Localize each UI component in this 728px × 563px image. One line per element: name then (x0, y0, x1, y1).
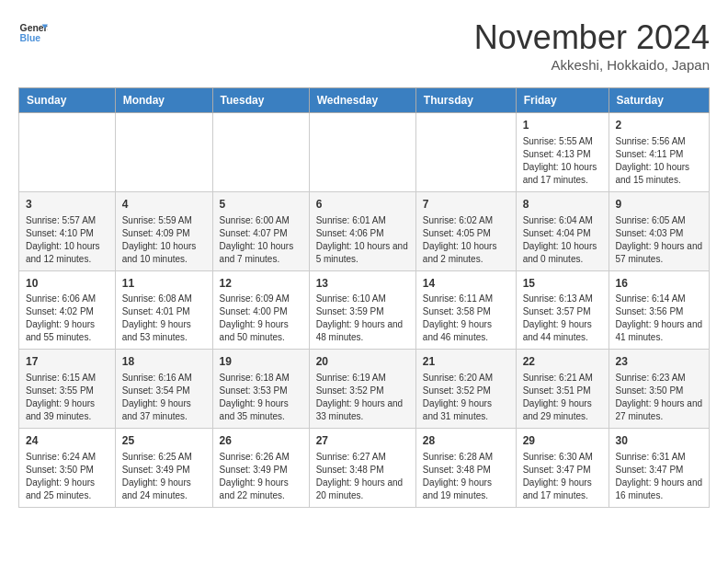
column-header-thursday: Thursday (415, 88, 516, 113)
calendar-cell: 15Sunrise: 6:13 AMSunset: 3:57 PMDayligh… (516, 270, 609, 350)
calendar-cell: 3Sunrise: 5:57 AMSunset: 4:10 PMDaylight… (19, 191, 116, 270)
calendar-cell (309, 113, 415, 192)
column-header-monday: Monday (115, 88, 212, 113)
day-info: Daylight: 9 hours and 48 minutes. (316, 318, 409, 344)
calendar-week-4: 17Sunrise: 6:15 AMSunset: 3:55 PMDayligh… (19, 350, 710, 429)
calendar-cell: 13Sunrise: 6:10 AMSunset: 3:59 PMDayligh… (309, 270, 415, 350)
day-info: Sunset: 4:13 PM (523, 148, 602, 161)
calendar-cell: 11Sunrise: 6:08 AMSunset: 4:01 PMDayligh… (115, 270, 212, 350)
calendar-cell: 29Sunrise: 6:30 AMSunset: 3:47 PMDayligh… (516, 429, 609, 508)
day-info: Sunset: 3:49 PM (220, 464, 302, 477)
calendar-cell: 10Sunrise: 6:06 AMSunset: 4:02 PMDayligh… (19, 270, 116, 350)
calendar-week-2: 3Sunrise: 5:57 AMSunset: 4:10 PMDaylight… (19, 191, 710, 270)
day-info: Daylight: 9 hours and 29 minutes. (523, 397, 602, 423)
day-number: 29 (523, 433, 602, 449)
calendar-cell: 16Sunrise: 6:14 AMSunset: 3:56 PMDayligh… (609, 270, 710, 350)
calendar-cell: 4Sunrise: 5:59 AMSunset: 4:09 PMDaylight… (115, 191, 212, 270)
day-number: 30 (616, 433, 703, 449)
calendar-week-1: 1Sunrise: 5:55 AMSunset: 4:13 PMDaylight… (19, 113, 710, 192)
calendar-cell: 24Sunrise: 6:24 AMSunset: 3:50 PMDayligh… (19, 429, 116, 508)
calendar-cell: 30Sunrise: 6:31 AMSunset: 3:47 PMDayligh… (609, 429, 710, 508)
calendar-cell: 1Sunrise: 5:55 AMSunset: 4:13 PMDaylight… (516, 113, 609, 192)
logo: General Blue (18, 18, 48, 48)
calendar-cell: 14Sunrise: 6:11 AMSunset: 3:58 PMDayligh… (415, 270, 516, 350)
column-header-friday: Friday (516, 88, 609, 113)
day-info: Daylight: 9 hours and 17 minutes. (523, 477, 602, 502)
day-info: Daylight: 9 hours and 20 minutes. (316, 477, 409, 502)
calendar-cell (415, 113, 516, 192)
day-info: Daylight: 10 hours and 15 minutes. (616, 161, 703, 187)
location: Akkeshi, Hokkaido, Japan (474, 57, 710, 73)
day-number: 17 (26, 354, 108, 370)
calendar-cell: 19Sunrise: 6:18 AMSunset: 3:53 PMDayligh… (212, 350, 309, 429)
calendar-cell: 17Sunrise: 6:15 AMSunset: 3:55 PMDayligh… (19, 350, 116, 429)
day-info: Daylight: 10 hours and 0 minutes. (523, 240, 602, 266)
day-number: 20 (316, 354, 409, 370)
day-info: Daylight: 10 hours and 10 minutes. (122, 240, 206, 266)
day-info: Sunrise: 6:24 AM (26, 451, 108, 464)
day-number: 22 (523, 354, 602, 370)
day-info: Sunrise: 6:13 AM (523, 293, 602, 305)
column-header-saturday: Saturday (609, 88, 710, 113)
day-info: Sunset: 4:05 PM (423, 227, 509, 240)
day-info: Sunrise: 5:56 AM (616, 135, 703, 148)
day-info: Daylight: 10 hours and 12 minutes. (26, 240, 108, 266)
day-info: Sunset: 4:11 PM (616, 148, 703, 161)
day-info: Sunrise: 6:14 AM (616, 293, 703, 305)
calendar-cell: 25Sunrise: 6:25 AMSunset: 3:49 PMDayligh… (115, 429, 212, 508)
column-header-wednesday: Wednesday (309, 88, 415, 113)
svg-text:Blue: Blue (20, 33, 41, 43)
calendar-week-3: 10Sunrise: 6:06 AMSunset: 4:02 PMDayligh… (19, 270, 710, 350)
day-info: Sunrise: 6:16 AM (122, 372, 206, 385)
day-number: 10 (26, 276, 108, 292)
day-info: Daylight: 9 hours and 44 minutes. (523, 318, 602, 344)
calendar-cell: 27Sunrise: 6:27 AMSunset: 3:48 PMDayligh… (309, 429, 415, 508)
day-info: Sunset: 3:59 PM (316, 305, 409, 318)
day-info: Sunset: 4:03 PM (616, 227, 703, 240)
day-number: 23 (616, 354, 703, 370)
day-info: Daylight: 9 hours and 37 minutes. (122, 397, 206, 423)
calendar-cell: 28Sunrise: 6:28 AMSunset: 3:48 PMDayligh… (415, 429, 516, 508)
day-info: Daylight: 10 hours and 7 minutes. (220, 240, 302, 266)
day-info: Sunset: 3:58 PM (423, 305, 509, 318)
calendar-cell: 21Sunrise: 6:20 AMSunset: 3:52 PMDayligh… (415, 350, 516, 429)
day-info: Daylight: 9 hours and 55 minutes. (26, 318, 108, 344)
day-info: Sunrise: 6:09 AM (220, 293, 302, 305)
day-info: Daylight: 9 hours and 35 minutes. (220, 397, 302, 423)
day-info: Daylight: 10 hours and 5 minutes. (316, 240, 409, 266)
day-number: 15 (523, 276, 602, 292)
day-info: Sunset: 4:10 PM (26, 227, 108, 240)
day-info: Sunset: 3:49 PM (122, 464, 206, 477)
day-number: 7 (423, 197, 509, 213)
day-info: Daylight: 9 hours and 33 minutes. (316, 397, 409, 423)
column-header-sunday: Sunday (19, 88, 116, 113)
calendar-cell: 26Sunrise: 6:26 AMSunset: 3:49 PMDayligh… (212, 429, 309, 508)
day-info: Sunrise: 6:27 AM (316, 451, 409, 464)
calendar-header-row: SundayMondayTuesdayWednesdayThursdayFrid… (19, 88, 710, 113)
day-info: Sunset: 4:09 PM (122, 227, 206, 240)
day-info: Daylight: 10 hours and 2 minutes. (423, 240, 509, 266)
calendar-cell: 5Sunrise: 6:00 AMSunset: 4:07 PMDaylight… (212, 191, 309, 270)
day-info: Daylight: 9 hours and 19 minutes. (423, 477, 509, 502)
day-number: 4 (122, 197, 206, 213)
calendar-cell (19, 113, 116, 192)
calendar-cell: 7Sunrise: 6:02 AMSunset: 4:05 PMDaylight… (415, 191, 516, 270)
day-number: 18 (122, 354, 206, 370)
day-info: Sunrise: 6:11 AM (423, 293, 509, 305)
day-number: 11 (122, 276, 206, 292)
day-info: Daylight: 9 hours and 57 minutes. (616, 240, 703, 266)
page-header: General Blue November 2024 Akkeshi, Hokk… (18, 18, 710, 73)
day-info: Daylight: 10 hours and 17 minutes. (523, 161, 602, 187)
day-info: Sunset: 4:02 PM (26, 305, 108, 318)
day-info: Sunrise: 6:05 AM (616, 214, 703, 227)
day-number: 27 (316, 433, 409, 449)
month-title: November 2024 (474, 18, 710, 57)
day-info: Sunset: 3:47 PM (523, 464, 602, 477)
calendar-table: SundayMondayTuesdayWednesdayThursdayFrid… (18, 87, 710, 508)
day-info: Sunset: 3:52 PM (316, 385, 409, 397)
day-info: Sunrise: 5:59 AM (122, 214, 206, 227)
day-info: Sunrise: 6:02 AM (423, 214, 509, 227)
day-number: 14 (423, 276, 509, 292)
day-info: Sunset: 4:07 PM (220, 227, 302, 240)
day-info: Daylight: 9 hours and 22 minutes. (220, 477, 302, 502)
